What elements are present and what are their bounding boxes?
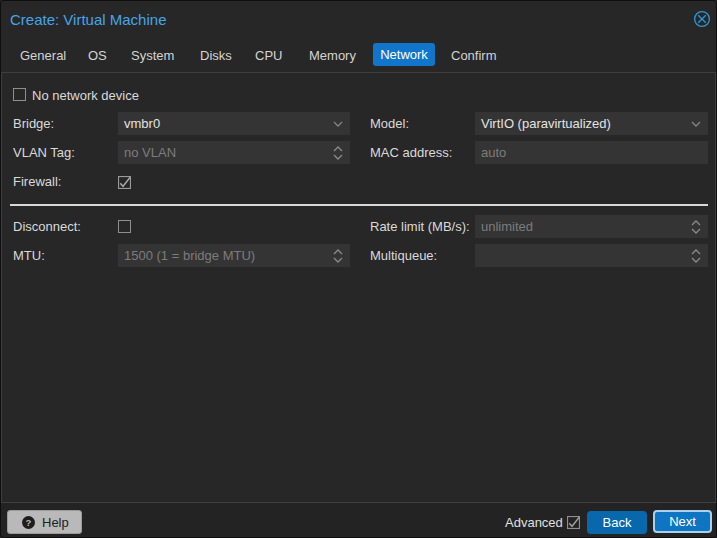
svg-text:?: ? <box>26 517 32 528</box>
